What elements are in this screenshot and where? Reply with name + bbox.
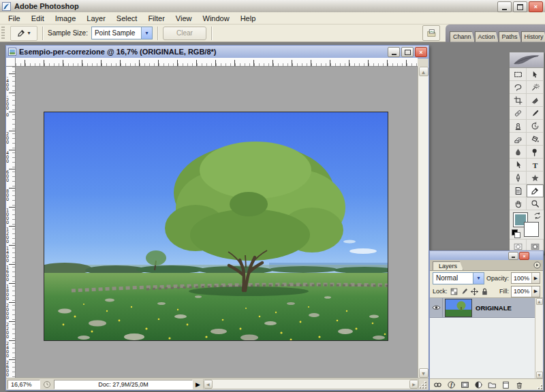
tool-path-selection[interactable] [510,159,527,172]
slider-arrow-icon[interactable]: ▶ [531,287,540,297]
layer-style-icon[interactable]: f [446,380,456,389]
doc-minimize-button[interactable] [388,47,400,57]
new-layer-icon[interactable] [501,380,510,389]
scroll-up-icon[interactable]: ▲ [419,67,429,76]
panel-minimize-button[interactable] [508,252,518,260]
status-popup-arrow-icon[interactable]: ▶ [196,381,200,388]
vertical-scrollbar[interactable]: ▲ ▼ [418,67,429,378]
lock-transparency-icon[interactable] [450,287,459,296]
scroll-left-icon[interactable]: ◀ [204,380,213,389]
minimize-button[interactable] [497,1,512,12]
menu-file[interactable]: File [3,14,26,23]
link-layers-icon[interactable] [433,380,442,389]
layer-visibility-toggle[interactable] [430,298,443,317]
document-titlebar[interactable]: Esempio-per-correzione @ 16,7% (ORIGINAL… [6,46,429,59]
clear-button[interactable]: Clear [163,27,206,40]
tool-custom-shape[interactable] [527,172,544,184]
scroll-right-icon[interactable]: ▶ [409,380,418,389]
tool-dodge[interactable] [527,146,544,159]
slider-arrow-icon[interactable]: ▶ [531,273,540,283]
tool-move[interactable] [527,68,544,81]
tool-lasso[interactable] [510,81,527,94]
fill-field[interactable]: 100% ▶ [511,286,540,297]
tool-history-brush[interactable] [527,120,544,133]
horizontal-scrollbar[interactable]: ◀ ▶ [203,379,419,389]
new-group-icon[interactable] [487,380,497,389]
panel-resize-grip[interactable] [537,382,542,389]
close-button[interactable]: × [529,1,543,12]
menu-image[interactable]: Image [50,14,82,23]
menu-view[interactable]: View [170,14,198,23]
layers-panel-titlebar[interactable]: × [430,251,543,260]
well-tab-paths[interactable]: Paths [499,31,521,42]
doc-maximize-button[interactable] [401,47,414,57]
document-window-buttons: × [388,47,427,57]
document-size-status[interactable]: Doc: 27,9M/25,0M [54,380,193,389]
opacity-field[interactable]: 100% ▶ [511,272,540,284]
doc-close-button[interactable]: × [415,47,427,57]
menu-layer[interactable]: Layer [81,14,111,23]
tool-zoom[interactable] [527,197,544,210]
window-resize-grip[interactable] [419,380,427,389]
tool-pen[interactable] [510,172,527,184]
well-tab-history[interactable]: History [521,31,545,42]
tool-slice[interactable] [527,94,544,107]
tool-magic-wand[interactable] [527,81,544,94]
tool-paint-bucket[interactable] [527,133,544,146]
default-colors-icon[interactable] [512,229,520,238]
adjustment-layer-icon[interactable] [473,380,483,389]
scroll-down-icon[interactable]: ▼ [419,368,429,378]
panel-menu-icon[interactable] [533,261,541,269]
app-titlebar[interactable]: Adobe Photoshop × [0,0,545,13]
tool-clone-stamp[interactable] [510,120,527,133]
tool-eyedropper[interactable] [527,184,544,197]
tool-blur[interactable] [510,146,527,159]
menu-edit[interactable]: Edit [26,14,50,23]
tool-type[interactable]: T [527,159,544,172]
menu-window[interactable]: Window [198,14,235,23]
options-grip-handle[interactable] [1,27,5,40]
restore-button[interactable] [513,1,527,12]
photo-tree-landscape[interactable] [44,112,388,341]
ruler-tick: 3800 [406,60,407,66]
well-tab-chann[interactable]: Chann [450,31,475,42]
tool-hand[interactable] [510,197,527,210]
horizontal-ruler[interactable]: -400-20002004006008001000120014001600180… [16,58,418,67]
layer-row-originale[interactable]: ORIGINALE [430,298,535,318]
tool-preset-button[interactable]: ▾ [10,26,37,41]
sample-size-select[interactable]: Point Sample ▾ [91,27,153,39]
lock-position-icon[interactable] [470,287,480,296]
toolbox-feather-logo[interactable] [510,52,544,68]
tool-crop[interactable] [510,94,527,107]
menu-help[interactable]: Help [235,14,262,23]
swap-colors-icon[interactable] [533,212,542,220]
add-layer-mask-icon[interactable] [460,380,469,389]
ruler-tick: 400 [82,60,82,66]
scroll-down-icon[interactable]: ▼ [536,372,543,378]
menu-filter[interactable]: Filter [142,14,170,23]
background-color-swatch[interactable] [524,222,539,237]
tool-eraser[interactable] [510,133,527,146]
tool-healing-brush[interactable] [510,107,527,120]
zoom-level-field[interactable]: 16,67% [7,380,40,389]
canvas-area[interactable] [16,67,418,378]
delete-layer-icon[interactable] [514,380,524,389]
file-browser-button[interactable] [422,25,440,41]
lock-all-icon[interactable] [480,287,490,296]
blend-mode-select[interactable]: Normal ▾ [433,272,484,284]
ruler-origin-corner[interactable] [6,58,16,67]
menu-select[interactable]: Select [111,14,143,23]
tool-brush[interactable] [527,107,544,120]
well-tab-action[interactable]: Action [475,31,499,42]
tab-layers[interactable]: Layers [433,261,463,270]
vertical-ruler[interactable]: -400-20002004006008001000120014001600180… [6,67,16,378]
tool-rectangular-marquee[interactable] [510,68,527,81]
scroll-up-icon[interactable]: ▲ [536,298,543,305]
ruler-tick: 1600 [9,264,15,265]
toolbox-grid: T [510,68,544,210]
panel-close-button[interactable]: × [519,252,529,260]
tool-notes[interactable] [510,184,527,197]
layers-panel-buttons: × [508,252,529,260]
lock-paint-icon[interactable] [460,287,469,296]
layers-scrollbar[interactable]: ▲ ▼ [535,298,543,378]
